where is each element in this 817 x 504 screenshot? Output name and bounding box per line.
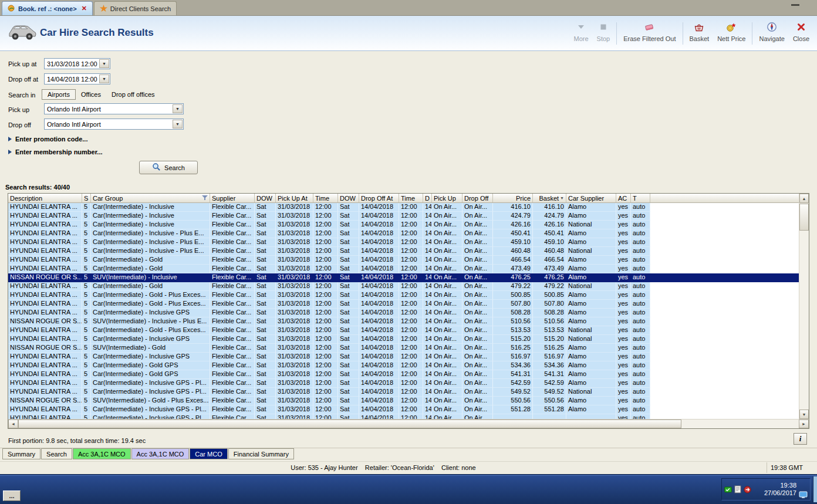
grid-area: DescriptionSCar GroupSupplierDOWPick Up … xyxy=(8,194,809,419)
sort-desc-icon[interactable]: ▼ xyxy=(560,196,564,200)
result-row[interactable]: HYUNDAI ELANTRA ...5Car(Intermediate) - … xyxy=(8,221,799,229)
column-header[interactable]: D xyxy=(423,194,432,202)
minimize-icon[interactable] xyxy=(791,4,799,6)
result-row[interactable]: HYUNDAI ELANTRA ...5Car(Intermediate) - … xyxy=(8,370,799,379)
filter-icon[interactable] xyxy=(202,195,208,201)
column-header[interactable]: Price xyxy=(493,194,533,202)
column-header[interactable]: Drop Off xyxy=(462,194,493,202)
bottom-tab-financial-summary[interactable]: Financial Summary xyxy=(228,448,294,459)
column-header[interactable]: Basket▼ xyxy=(533,194,566,202)
result-row[interactable]: HYUNDAI ELANTRA ...5Car(Intermediate) - … xyxy=(8,405,799,414)
scroll-down-icon[interactable]: ▼ xyxy=(799,410,809,419)
pickup-at-combobox[interactable]: 31/03/2018 12:00 ▼ xyxy=(44,58,110,69)
cell: SUV(Intermediate) - Gold xyxy=(91,344,210,353)
cell: yes xyxy=(616,238,631,247)
result-row[interactable]: HYUNDAI ELANTRA ...5Car(Intermediate) - … xyxy=(8,414,799,419)
bottom-tab-search[interactable]: Search xyxy=(41,448,72,459)
bottom-tab-summary[interactable]: Summary xyxy=(2,448,40,459)
result-row[interactable]: HYUNDAI ELANTRA ...5Car(Intermediate) - … xyxy=(8,229,799,238)
tab-airports[interactable]: Airports xyxy=(42,89,76,100)
horizontal-scrollbar[interactable]: ◄ ► xyxy=(8,419,809,428)
column-header[interactable]: T xyxy=(631,194,650,202)
cell: Sat xyxy=(255,229,276,238)
column-header[interactable]: Drop Off At xyxy=(359,194,399,202)
result-row[interactable]: HYUNDAI ELANTRA ...5Car(Intermediate) - … xyxy=(8,309,799,317)
tray-display-icon[interactable] xyxy=(799,491,808,499)
tray-document-icon[interactable] xyxy=(734,485,741,493)
taskbar-clock[interactable]: 19:38 27/06/2017 xyxy=(764,482,796,497)
column-header[interactable]: DOW xyxy=(255,194,276,202)
cell: 12:00 xyxy=(399,291,423,300)
result-row[interactable]: NISSAN ROGUE OR S...5SUV(Intermediate) -… xyxy=(8,317,799,326)
cell: 14/04/2018 xyxy=(359,291,399,300)
basket-button[interactable]: Basket xyxy=(686,18,714,49)
result-row[interactable]: HYUNDAI ELANTRA ...5Car(Intermediate) - … xyxy=(8,256,799,265)
cell: Flexible Car... xyxy=(210,291,255,300)
dropoff-location-combobox[interactable]: Orlando Intl Airport ▼ xyxy=(44,119,184,130)
result-row[interactable]: NISSAN ROGUE OR S...5SUV(Intermediate) -… xyxy=(8,344,799,353)
column-header[interactable]: Car Group xyxy=(91,194,210,202)
chevron-down-icon[interactable]: ▼ xyxy=(173,120,183,128)
column-header[interactable]: S xyxy=(82,194,91,202)
column-header[interactable]: Time xyxy=(399,194,423,202)
column-header[interactable]: Pick Up xyxy=(432,194,462,202)
result-row[interactable]: HYUNDAI ELANTRA ...5Car(Intermediate) - … xyxy=(8,326,799,335)
column-header[interactable]: AC xyxy=(616,194,631,202)
result-row[interactable]: NISSAN ROGUE OR S...5SUV(Intermediate) -… xyxy=(8,397,799,405)
vertical-scroll-thumb[interactable] xyxy=(799,204,809,231)
horizontal-scroll-thumb[interactable] xyxy=(18,420,681,428)
show-desktop-button[interactable] xyxy=(813,476,817,502)
bottom-tab-acc-3a-1c-mco[interactable]: Acc 3A,1C MCO xyxy=(131,448,190,459)
result-row[interactable]: HYUNDAI ELANTRA ...5Car(Intermediate) - … xyxy=(8,353,799,361)
result-row[interactable]: HYUNDAI ELANTRA ...5Car(Intermediate) - … xyxy=(8,265,799,273)
result-row-selected[interactable]: NISSAN ROGUE OR S...5SUV(Intermediate) -… xyxy=(8,273,799,282)
close-tab-icon[interactable]: ✕ xyxy=(82,5,87,12)
column-header[interactable]: Description xyxy=(8,194,82,202)
column-header-label: Pick Up At xyxy=(278,195,308,202)
chevron-down-icon[interactable]: ▼ xyxy=(173,104,183,113)
pickup-location-combobox[interactable]: Orlando Intl Airport ▼ xyxy=(44,103,184,114)
erase-filtered-out-button[interactable]: Erase Filtered Out xyxy=(619,18,680,49)
result-row[interactable]: HYUNDAI ELANTRA ...5Car(Intermediate) - … xyxy=(8,379,799,388)
tray-red-icon[interactable] xyxy=(744,486,751,493)
result-row[interactable]: HYUNDAI ELANTRA ...5Car(Intermediate) - … xyxy=(8,282,799,291)
search-icon xyxy=(152,163,161,172)
result-row[interactable]: HYUNDAI ELANTRA ...5Car(Intermediate) - … xyxy=(8,238,799,247)
chevron-down-icon[interactable]: ▼ xyxy=(99,75,109,83)
tab-offices[interactable]: Offices xyxy=(76,90,106,99)
bottom-tab-acc-3a-1c-mco[interactable]: Acc 3A,1C MCO xyxy=(73,448,131,459)
vertical-scrollbar[interactable]: ▲ ▼ xyxy=(799,194,809,419)
info-button[interactable]: i xyxy=(794,433,807,445)
result-row[interactable]: HYUNDAI ELANTRA ...5Car(Intermediate) - … xyxy=(8,388,799,397)
result-row[interactable]: HYUNDAI ELANTRA ...5Car(Intermediate) - … xyxy=(8,335,799,344)
membership-number-expander[interactable]: Enter membership number... xyxy=(8,148,103,155)
scroll-right-icon[interactable]: ► xyxy=(799,420,809,428)
bottom-tab-car-mco[interactable]: Car MCO xyxy=(190,448,227,459)
result-row[interactable]: HYUNDAI ELANTRA ...5Car(Intermediate) - … xyxy=(8,203,799,212)
navigate-button[interactable]: Navigate xyxy=(755,18,788,49)
result-row[interactable]: HYUNDAI ELANTRA ...5Car(Intermediate) - … xyxy=(8,300,799,309)
result-row[interactable]: HYUNDAI ELANTRA ...5Car(Intermediate) - … xyxy=(8,247,799,256)
result-row[interactable]: HYUNDAI ELANTRA ...5Car(Intermediate) - … xyxy=(8,291,799,300)
column-header[interactable]: Time xyxy=(313,194,338,202)
result-row[interactable]: HYUNDAI ELANTRA ...5Car(Intermediate) - … xyxy=(8,361,799,370)
result-row[interactable]: HYUNDAI ELANTRA ...5Car(Intermediate) - … xyxy=(8,212,799,221)
tray-green-icon[interactable] xyxy=(724,486,732,493)
column-header[interactable]: DOW xyxy=(338,194,359,202)
scroll-up-icon[interactable]: ▲ xyxy=(799,194,809,203)
column-header[interactable]: Pick Up At xyxy=(276,194,313,202)
scroll-left-icon[interactable]: ◄ xyxy=(8,420,18,428)
taskbar-overflow-button[interactable]: ... xyxy=(3,491,21,501)
close-button[interactable]: Close xyxy=(789,18,813,49)
column-header[interactable]: Car Supplier xyxy=(566,194,616,202)
tab-direct-clients-search[interactable]: Direct Clients Search xyxy=(94,1,177,15)
column-header[interactable]: Supplier xyxy=(210,194,255,202)
chevron-down-icon[interactable]: ▼ xyxy=(99,59,109,68)
search-button[interactable]: Search xyxy=(139,161,198,174)
tab-booking-ref[interactable]: Book. ref .: <none> ✕ xyxy=(2,1,93,15)
cell: On Air... xyxy=(432,414,462,419)
promotion-code-expander[interactable]: Enter promotion code... xyxy=(8,136,87,143)
dropoff-at-combobox[interactable]: 14/04/2018 12:00 ▼ xyxy=(44,73,110,84)
tab-dropoff-offices[interactable]: Drop off offices xyxy=(106,90,160,99)
nett-price-button[interactable]: Nett Price xyxy=(713,18,750,49)
